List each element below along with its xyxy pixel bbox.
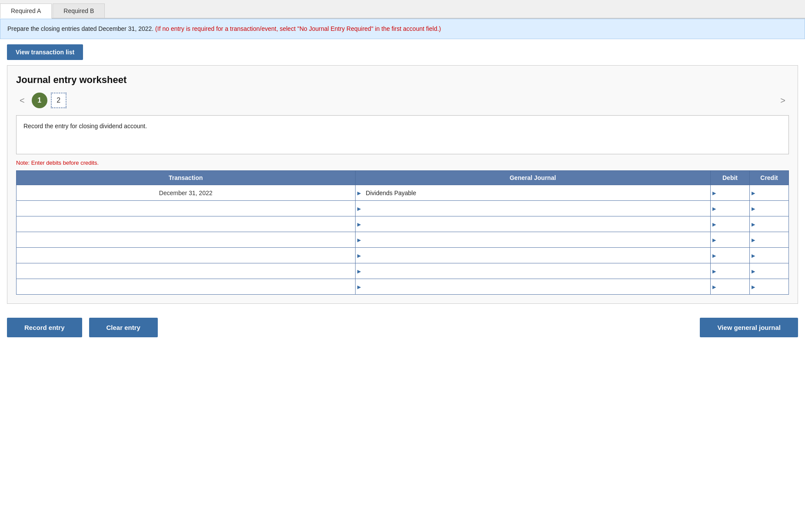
credit-arrow-5: ▶: [752, 253, 755, 258]
debit-arrow-4: ▶: [712, 237, 716, 243]
debit-cell-1[interactable]: ▶: [711, 185, 750, 201]
worksheet-title: Journal entry worksheet: [16, 74, 789, 86]
credit-cell-4[interactable]: ▶: [750, 232, 789, 248]
table-row: ▶ ▶ ▶: [17, 263, 789, 279]
debit-cell-6[interactable]: ▶: [711, 263, 750, 279]
instruction-main-text: Prepare the closing entries dated Decemb…: [7, 25, 153, 32]
date-cell-7: [17, 279, 356, 295]
journal-arrow-2: ▶: [357, 206, 361, 211]
debit-arrow-5: ▶: [712, 253, 716, 258]
view-general-journal-button[interactable]: View general journal: [700, 318, 798, 337]
instruction-red-text: (If no entry is required for a transacti…: [155, 25, 441, 32]
credit-arrow-7: ▶: [752, 284, 755, 289]
description-box: Record the entry for closing dividend ac…: [16, 115, 789, 154]
debit-arrow-3: ▶: [712, 221, 716, 227]
table-row: ▶ ▶ ▶: [17, 216, 789, 232]
credit-cell-5[interactable]: ▶: [750, 248, 789, 263]
debit-cell-3[interactable]: ▶: [711, 216, 750, 232]
journal-cell-3[interactable]: ▶: [355, 216, 710, 232]
credit-cell-6[interactable]: ▶: [750, 263, 789, 279]
credit-cell-3[interactable]: ▶: [750, 216, 789, 232]
clear-entry-button[interactable]: Clear entry: [89, 318, 158, 337]
description-text: Record the entry for closing dividend ac…: [23, 123, 147, 130]
debit-arrow-1: ▶: [712, 190, 716, 196]
journal-cell-7[interactable]: ▶: [355, 279, 710, 295]
journal-value-1: Dividends Payable: [366, 190, 416, 196]
journal-arrow-5: ▶: [357, 253, 361, 258]
nav-item-1[interactable]: 1: [32, 93, 47, 108]
credit-cell-7[interactable]: ▶: [750, 279, 789, 295]
nav-row: < 1 2 >: [16, 93, 789, 108]
journal-table: Transaction General Journal Debit Credit…: [16, 170, 789, 295]
journal-cell-4[interactable]: ▶: [355, 232, 710, 248]
col-header-credit: Credit: [750, 171, 789, 185]
bottom-buttons-bar: Record entry Clear entry View general jo…: [0, 311, 805, 344]
tab-bar: Required A Required B: [0, 0, 805, 19]
table-row: ▶ ▶ ▶: [17, 232, 789, 248]
credit-arrow-6: ▶: [752, 268, 755, 274]
journal-cell-1[interactable]: ▶ Dividends Payable: [355, 185, 710, 201]
journal-cell-6[interactable]: ▶: [355, 263, 710, 279]
note-text: Note: Enter debits before credits.: [16, 160, 789, 166]
debit-cell-7[interactable]: ▶: [711, 279, 750, 295]
table-row: December 31, 2022 ▶ Dividends Payable ▶ …: [17, 185, 789, 201]
table-row: ▶ ▶ ▶: [17, 248, 789, 263]
debit-cell-2[interactable]: ▶: [711, 201, 750, 216]
credit-arrow-2: ▶: [752, 206, 755, 211]
prev-nav-arrow[interactable]: <: [16, 94, 28, 107]
tab-required-a[interactable]: Required A: [0, 3, 52, 19]
table-row: ▶ ▶ ▶: [17, 201, 789, 216]
col-header-general-journal: General Journal: [355, 171, 710, 185]
debit-arrow-6: ▶: [712, 268, 716, 274]
date-cell-4: [17, 232, 356, 248]
date-cell-5: [17, 248, 356, 263]
credit-arrow-4: ▶: [752, 237, 755, 243]
credit-arrow-1: ▶: [752, 190, 755, 196]
journal-arrow-6: ▶: [357, 268, 361, 274]
col-header-transaction: Transaction: [17, 171, 356, 185]
nav-item-2[interactable]: 2: [51, 93, 67, 108]
journal-arrow-7: ▶: [357, 284, 361, 289]
debit-arrow-7: ▶: [712, 284, 716, 289]
credit-arrow-3: ▶: [752, 221, 755, 227]
date-cell-3: [17, 216, 356, 232]
journal-arrow-3: ▶: [357, 221, 361, 227]
debit-cell-5[interactable]: ▶: [711, 248, 750, 263]
next-nav-arrow[interactable]: >: [777, 94, 789, 107]
view-transaction-bar: View transaction list: [0, 39, 805, 65]
date-cell-1: December 31, 2022: [17, 185, 356, 201]
instruction-banner: Prepare the closing entries dated Decemb…: [0, 19, 805, 39]
table-row: ▶ ▶ ▶: [17, 279, 789, 295]
date-cell-6: [17, 263, 356, 279]
record-entry-button[interactable]: Record entry: [7, 318, 82, 337]
journal-cell-5[interactable]: ▶: [355, 248, 710, 263]
debit-arrow-2: ▶: [712, 206, 716, 211]
worksheet-container: Journal entry worksheet < 1 2 > Record t…: [7, 65, 798, 304]
debit-cell-4[interactable]: ▶: [711, 232, 750, 248]
view-transaction-button[interactable]: View transaction list: [7, 44, 83, 60]
tab-required-b[interactable]: Required B: [53, 3, 105, 18]
journal-arrow-4: ▶: [357, 237, 361, 243]
journal-arrow-1: ▶: [357, 190, 361, 196]
credit-cell-1[interactable]: ▶: [750, 185, 789, 201]
col-header-debit: Debit: [711, 171, 750, 185]
credit-cell-2[interactable]: ▶: [750, 201, 789, 216]
date-cell-2: [17, 201, 356, 216]
journal-cell-2[interactable]: ▶: [355, 201, 710, 216]
